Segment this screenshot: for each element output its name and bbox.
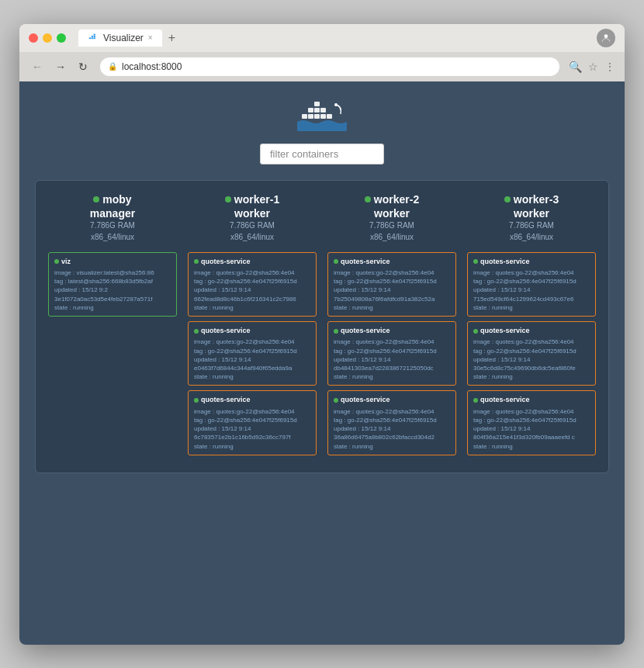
node-role-worker-3: worker (504, 207, 559, 220)
card-service-name: viz (61, 257, 71, 268)
browser-window: Visualizer × + ← → ↻ 🔒 localhost:8000 🔍 … (19, 24, 625, 645)
node-meta-moby: 7.786G RAMx86_64/linux (90, 220, 135, 243)
svg-rect-5 (94, 33, 95, 35)
card-title-line: quotes-service (334, 395, 450, 406)
svg-rect-2 (94, 37, 95, 39)
card-info: image : quotes:go-22@sha256:4e04tag : go… (194, 268, 310, 312)
url-bar[interactable]: 🔒 localhost:8000 (100, 57, 559, 76)
bookmark-icon[interactable]: ☆ (588, 61, 598, 73)
address-bar-actions: 🔍 ☆ ⋮ (569, 61, 615, 73)
card-status-dot (334, 329, 338, 334)
container-card-worker-2-2: quotes-serviceimage : quotes:go-22@sha25… (327, 390, 456, 455)
new-tab-button[interactable]: + (165, 31, 178, 45)
svg-rect-11 (314, 108, 320, 112)
node-role-worker-1: worker (225, 207, 279, 220)
svg-rect-1 (92, 37, 93, 39)
card-title-line: quotes-service (334, 326, 450, 337)
node-name-worker-1: worker-1 (234, 193, 279, 206)
node-status-dot-moby (93, 196, 99, 202)
node-name-line-worker-1: worker-1 (225, 193, 279, 206)
minimize-button[interactable] (43, 33, 52, 43)
node-meta-worker-3: 7.786G RAMx86_64/linux (504, 220, 559, 243)
search-icon[interactable]: 🔍 (569, 61, 582, 73)
node-meta-worker-2: 7.786G RAMx86_64/linux (365, 220, 419, 243)
card-service-name: quotes-service (201, 326, 251, 337)
close-button[interactable] (29, 33, 38, 43)
main-content: mobymanager7.786G RAMx86_64/linuxvizimag… (19, 81, 625, 645)
address-bar: ← → ↻ 🔒 localhost:8000 🔍 ☆ ⋮ (19, 52, 625, 81)
tab-title: Visualizer (103, 33, 144, 43)
node-column-worker-1: worker-1worker7.786G RAMx86_64/linuxquot… (188, 193, 317, 460)
card-title-line: quotes-service (194, 395, 310, 406)
svg-rect-4 (94, 36, 95, 37)
container-card-worker-2-1: quotes-serviceimage : quotes:go-22@sha25… (327, 321, 456, 386)
card-service-name: quotes-service (341, 326, 390, 337)
card-title-line: quotes-service (194, 257, 310, 268)
card-info: image : quotes:go-22@sha256:4e04tag : go… (334, 337, 450, 381)
card-info: image : quotes:go-22@sha256:4e04tag : go… (473, 268, 590, 312)
nodes-container: mobymanager7.786G RAMx86_64/linuxvizimag… (35, 180, 609, 473)
card-service-name: quotes-service (480, 326, 530, 337)
refresh-button[interactable]: ↻ (75, 59, 91, 74)
container-card-worker-3-1: quotes-serviceimage : quotes:go-22@sha25… (467, 321, 596, 386)
node-meta-worker-1: 7.786G RAMx86_64/linux (225, 220, 279, 243)
card-title-line: quotes-service (194, 326, 310, 337)
card-service-name: quotes-service (480, 257, 530, 268)
card-title-line: quotes-service (473, 395, 590, 406)
card-service-name: quotes-service (201, 395, 251, 406)
card-title-line: quotes-service (473, 257, 590, 268)
node-header-worker-2: worker-2worker7.786G RAMx86_64/linux (365, 193, 419, 243)
card-service-name: quotes-service (201, 257, 251, 268)
svg-point-6 (604, 34, 608, 38)
card-info: image : quotes:go-22@sha256:4e04tag : go… (334, 407, 450, 451)
node-status-dot-worker-1 (225, 196, 231, 202)
node-name-line-worker-3: worker-3 (504, 193, 559, 206)
card-info: image : quotes:go-22@sha256:4e04tag : go… (194, 337, 310, 381)
node-status-dot-worker-2 (365, 196, 371, 202)
filter-input[interactable] (260, 144, 384, 164)
card-service-name: quotes-service (341, 257, 390, 268)
card-title-line: quotes-service (334, 257, 450, 268)
title-bar: Visualizer × + (19, 24, 625, 52)
node-role-moby: manager (90, 207, 135, 220)
container-card-worker-3-2: quotes-serviceimage : quotes:go-22@sha25… (467, 390, 596, 455)
svg-rect-12 (320, 108, 326, 112)
traffic-lights (29, 33, 66, 43)
active-tab[interactable]: Visualizer × (78, 29, 162, 47)
svg-rect-10 (308, 108, 313, 112)
card-title-line: viz (54, 257, 171, 268)
node-name-worker-3: worker-3 (514, 193, 559, 206)
card-status-dot (54, 259, 59, 264)
menu-icon[interactable]: ⋮ (604, 61, 615, 73)
svg-rect-0 (89, 37, 91, 39)
card-info: image : quotes:go-22@sha256:4e04tag : go… (473, 407, 590, 451)
card-title-line: quotes-service (473, 326, 590, 337)
node-column-worker-2: worker-2worker7.786G RAMx86_64/linuxquot… (327, 193, 456, 460)
filter-input-container (260, 144, 384, 164)
svg-rect-7 (302, 114, 307, 119)
forward-button[interactable]: → (52, 59, 69, 74)
card-status-dot (334, 259, 338, 264)
back-button[interactable]: ← (29, 59, 46, 74)
node-header-worker-1: worker-1worker7.786G RAMx86_64/linux (225, 193, 279, 243)
tab-close-button[interactable]: × (148, 33, 153, 42)
container-card-worker-2-0: quotes-serviceimage : quotes:go-22@sha25… (327, 252, 456, 317)
card-status-dot (334, 398, 338, 403)
card-status-dot (473, 259, 478, 264)
node-column-worker-3: worker-3worker7.786G RAMx86_64/linuxquot… (467, 193, 596, 460)
node-name-line-worker-2: worker-2 (365, 193, 419, 206)
node-name-line-moby: moby (90, 193, 135, 206)
card-info: image : quotes:go-22@sha256:4e04tag : go… (334, 268, 450, 312)
svg-rect-3 (92, 36, 93, 37)
lock-icon: 🔒 (108, 62, 117, 71)
card-status-dot (194, 398, 199, 403)
tab-icon (88, 33, 99, 43)
container-card-worker-3-0: quotes-serviceimage : quotes:go-22@sha25… (467, 252, 596, 317)
account-icon[interactable] (597, 29, 615, 47)
maximize-button[interactable] (57, 33, 66, 43)
card-status-dot (194, 329, 199, 334)
node-name-moby: moby (102, 193, 131, 206)
card-status-dot (194, 259, 199, 264)
svg-rect-9 (314, 114, 320, 119)
card-status-dot (473, 398, 478, 403)
